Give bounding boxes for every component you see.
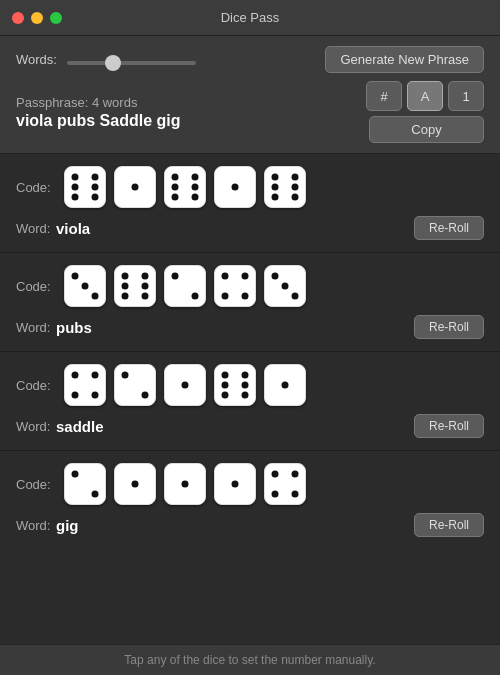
traffic-lights xyxy=(12,12,62,24)
die-dot xyxy=(142,283,149,290)
passphrase-count-value: 4 words xyxy=(92,95,138,110)
die[interactable] xyxy=(114,166,156,208)
die-dot xyxy=(192,293,199,300)
reroll-button[interactable]: Re-Roll xyxy=(414,414,484,438)
die-dot xyxy=(72,392,79,399)
code-label: Code: xyxy=(16,477,56,492)
die[interactable] xyxy=(164,364,206,406)
die-dot xyxy=(192,184,199,191)
words-slider-container xyxy=(67,51,196,69)
passphrase-text: viola pubs Saddle gig xyxy=(16,112,180,130)
word-value: pubs xyxy=(56,319,414,336)
num-button[interactable]: 1 xyxy=(448,81,484,111)
hash-button[interactable]: # xyxy=(366,81,402,111)
reroll-button[interactable]: Re-Roll xyxy=(414,216,484,240)
die-dot xyxy=(232,184,239,191)
die[interactable] xyxy=(114,463,156,505)
die[interactable] xyxy=(114,364,156,406)
word-label: Word: xyxy=(16,320,56,335)
minimize-button[interactable] xyxy=(31,12,43,24)
word-block: Code: Wor xyxy=(0,154,500,253)
die-dot xyxy=(192,194,199,201)
die-dot xyxy=(222,382,229,389)
die-dot xyxy=(122,372,129,379)
die-dot xyxy=(242,382,249,389)
window-title: Dice Pass xyxy=(221,10,280,25)
words-row: Words: xyxy=(16,51,196,69)
symbol-buttons: # A 1 xyxy=(366,81,484,111)
code-row: Code: xyxy=(16,265,484,307)
die-dot xyxy=(272,194,279,201)
die-dot xyxy=(272,471,279,478)
die-dot xyxy=(82,283,89,290)
word-value: saddle xyxy=(56,418,414,435)
die[interactable] xyxy=(64,463,106,505)
die-dot xyxy=(242,392,249,399)
die[interactable] xyxy=(64,265,106,307)
word-row: Word: gig Re-Roll xyxy=(16,513,484,537)
die[interactable] xyxy=(164,463,206,505)
footer-text: Tap any of the dice to set the number ma… xyxy=(124,653,375,667)
reroll-button[interactable]: Re-Roll xyxy=(414,315,484,339)
top-controls: Words: Generate New Phrase Passphrase: 4… xyxy=(0,36,500,154)
die-dot xyxy=(222,372,229,379)
word-value: viola xyxy=(56,220,414,237)
maximize-button[interactable] xyxy=(50,12,62,24)
dice-group xyxy=(64,166,306,208)
die-dot xyxy=(72,273,79,280)
die[interactable] xyxy=(164,166,206,208)
die[interactable] xyxy=(64,364,106,406)
die-dot xyxy=(272,273,279,280)
word-block: Code: Wor xyxy=(0,352,500,451)
dice-group xyxy=(64,265,306,307)
die-dot xyxy=(222,392,229,399)
close-button[interactable] xyxy=(12,12,24,24)
copy-button[interactable]: Copy xyxy=(369,116,484,143)
dice-group xyxy=(64,463,306,505)
die[interactable] xyxy=(264,463,306,505)
die-dot xyxy=(92,372,99,379)
die[interactable] xyxy=(214,463,256,505)
die-dot xyxy=(172,273,179,280)
die[interactable] xyxy=(164,265,206,307)
die-dot xyxy=(122,283,129,290)
die[interactable] xyxy=(64,166,106,208)
die-dot xyxy=(292,194,299,201)
alpha-button[interactable]: A xyxy=(407,81,443,111)
die-dot xyxy=(282,382,289,389)
die-dot xyxy=(72,194,79,201)
die-dot xyxy=(72,174,79,181)
die-dot xyxy=(272,174,279,181)
die-dot xyxy=(92,392,99,399)
die-dot xyxy=(222,293,229,300)
die-dot xyxy=(292,471,299,478)
die-dot xyxy=(242,372,249,379)
word-row: Word: pubs Re-Roll xyxy=(16,315,484,339)
passphrase-count: Passphrase: 4 words xyxy=(16,95,180,110)
passphrase-left: Passphrase: 4 words viola pubs Saddle gi… xyxy=(16,95,180,130)
die-dot xyxy=(292,293,299,300)
die-dot xyxy=(192,174,199,181)
die-dot xyxy=(142,392,149,399)
die[interactable] xyxy=(264,364,306,406)
word-label: Word: xyxy=(16,221,56,236)
die-dot xyxy=(172,184,179,191)
die[interactable] xyxy=(264,265,306,307)
die[interactable] xyxy=(214,265,256,307)
code-label: Code: xyxy=(16,378,56,393)
die-dot xyxy=(272,184,279,191)
die[interactable] xyxy=(214,166,256,208)
die-dot xyxy=(122,293,129,300)
reroll-button[interactable]: Re-Roll xyxy=(414,513,484,537)
generate-button[interactable]: Generate New Phrase xyxy=(325,46,484,73)
die[interactable] xyxy=(114,265,156,307)
die-dot xyxy=(182,481,189,488)
die-dot xyxy=(92,174,99,181)
die-dot xyxy=(142,293,149,300)
die[interactable] xyxy=(264,166,306,208)
top-row: Words: Generate New Phrase xyxy=(16,46,484,73)
words-slider[interactable] xyxy=(67,61,196,65)
die[interactable] xyxy=(214,364,256,406)
words-label: Words: xyxy=(16,52,57,67)
word-row: Word: saddle Re-Roll xyxy=(16,414,484,438)
